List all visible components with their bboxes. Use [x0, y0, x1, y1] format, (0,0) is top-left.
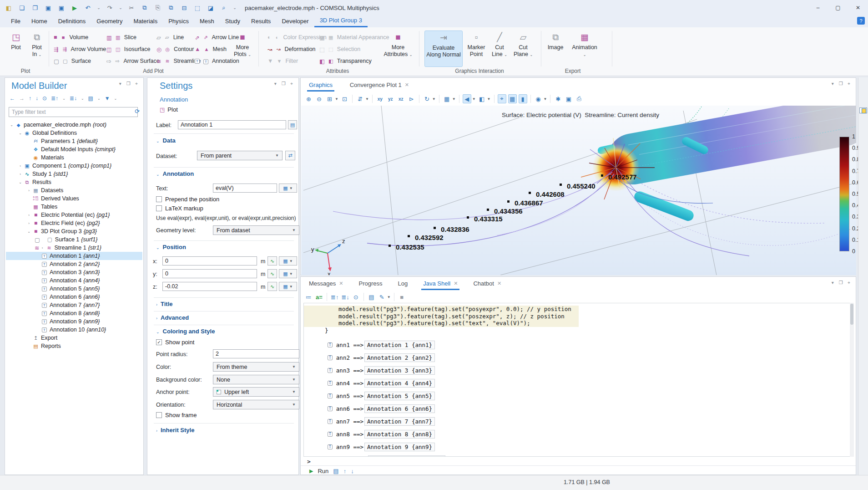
- tree-expand-arrow[interactable]: ›: [26, 221, 32, 225]
- redo-caret-icon[interactable]: ⌄: [119, 5, 122, 10]
- scene-light-icon[interactable]: ▦: [443, 94, 451, 103]
- rotate-caret-icon[interactable]: ▼: [432, 97, 436, 101]
- expand-caret-icon[interactable]: ⌄: [62, 97, 66, 101]
- docked-window-icon[interactable]: [859, 107, 867, 113]
- tree-expand-arrow[interactable]: ⌄: [17, 180, 23, 184]
- add-plot-item[interactable]: Line: [156, 31, 201, 43]
- zoom-out-icon[interactable]: ⊖: [315, 94, 323, 103]
- go-to-view-icon[interactable]: ⇵: [356, 94, 364, 103]
- paste-icon[interactable]: ⎘: [154, 4, 162, 11]
- shell-tab[interactable]: Chatbot✕: [471, 278, 503, 290]
- x-expression-button[interactable]: ▦ ▼: [279, 256, 297, 265]
- tree-item[interactable]: Materials: [6, 153, 142, 162]
- tree-item[interactable]: Default Model Inputs {cminpt}: [6, 145, 142, 153]
- zoom-extents-icon[interactable]: ⊡: [340, 94, 349, 103]
- tree-item[interactable]: Export: [6, 334, 142, 342]
- section-title[interactable]: ›Title: [156, 301, 173, 307]
- run-icon[interactable]: ▶: [309, 468, 313, 474]
- plot-button[interactable]: ◳ Plot: [6, 31, 25, 67]
- history-up-icon[interactable]: ↑: [343, 468, 347, 475]
- tree-item[interactable]: Parameters 1 {default}: [6, 137, 142, 145]
- shell-tab[interactable]: Progress: [357, 278, 384, 290]
- select-box-icon[interactable]: ⬚: [193, 5, 202, 11]
- panel-controls[interactable]: ▾ ❐ ⌖: [274, 81, 295, 87]
- tree-item[interactable]: Annotation 9 {ann9}: [6, 317, 142, 326]
- background-color-dropdown[interactable]: None▼: [213, 375, 299, 384]
- dataset-dropdown[interactable]: From parent▼: [197, 151, 283, 160]
- tree-item[interactable]: Annotation 2 {ann2}: [6, 260, 142, 268]
- rotate-icon[interactable]: ↻: [423, 94, 431, 103]
- add-plot-item[interactable]: Surface: [54, 55, 106, 67]
- color-theme-icon[interactable]: ◉: [534, 94, 543, 103]
- find-icon[interactable]: ⌕: [220, 4, 228, 11]
- tree-expand-arrow[interactable]: ›: [17, 164, 23, 168]
- geometry-level-dropdown[interactable]: From dataset▼: [213, 225, 299, 235]
- tree-expand-arrow[interactable]: ⌄: [26, 230, 32, 234]
- z-input[interactable]: -0.02: [162, 282, 257, 291]
- plot-in-button[interactable]: ⧉ Plot In ⌄: [27, 31, 46, 67]
- tree-item[interactable]: › Electric Potential (ec) {pg1}: [6, 211, 142, 219]
- ribbon-tab[interactable]: Geometry: [91, 15, 128, 27]
- clear-caret-icon[interactable]: ▼: [387, 295, 391, 299]
- show-frame-checkbox[interactable]: Show frame: [156, 412, 197, 419]
- nodes-caret-icon[interactable]: ⌄: [97, 97, 101, 101]
- shell-scrollbar[interactable]: [850, 303, 854, 457]
- history-down-icon[interactable]: ↓: [351, 468, 354, 475]
- tree-item[interactable]: › Study 1 {std1}: [6, 170, 142, 178]
- forward-icon[interactable]: →: [19, 95, 25, 102]
- ribbon-tab[interactable]: Results: [246, 15, 276, 27]
- tree-item[interactable]: Tables: [6, 203, 142, 211]
- evaluate-along-normal-button[interactable]: ⇥ Evaluate Along Normal: [424, 31, 463, 67]
- expand-all-icon[interactable]: ≣↑: [330, 292, 339, 301]
- tree-item[interactable]: › Electric Field (ec) {pg2}: [6, 219, 142, 227]
- print-icon[interactable]: ⎙: [575, 94, 583, 103]
- tree-item[interactable]: Annotation 5 {ann5}: [6, 285, 142, 293]
- add-plot-item[interactable]: Volume: [54, 31, 106, 43]
- ribbon-tab[interactable]: Developer: [276, 15, 314, 27]
- back-icon[interactable]: ←: [10, 95, 15, 102]
- panel-controls[interactable]: ▾ ❐ ⌖: [832, 280, 852, 286]
- show-point-checkbox[interactable]: ✓Show point: [156, 339, 194, 346]
- dataset-edit-button[interactable]: ⇄: [285, 151, 295, 160]
- scene-caret-icon[interactable]: ▼: [452, 97, 456, 101]
- clear-shell-icon[interactable]: ✎: [378, 292, 386, 301]
- show-axis-orientation-icon[interactable]: ⌖: [498, 94, 506, 103]
- wrap-lines-icon[interactable]: ▤: [367, 292, 376, 301]
- tree-expand-arrow[interactable]: ›: [26, 213, 32, 217]
- point-radius-input[interactable]: 2: [213, 349, 299, 358]
- close-button[interactable]: ✕: [848, 0, 868, 15]
- close-tab-icon[interactable]: ✕: [497, 281, 501, 286]
- attribute-item[interactable]: Color Expression: [267, 31, 327, 43]
- add-plot-item[interactable]: Streamline: [156, 55, 201, 67]
- command-list-icon[interactable]: ▤: [333, 468, 338, 475]
- snapshot-icon[interactable]: ▣: [564, 94, 573, 103]
- anchor-point-dropdown[interactable]: Upper left▼: [213, 387, 299, 397]
- add-plot-item[interactable]: Arrow Volume: [54, 43, 106, 55]
- xz-view-icon[interactable]: xz: [397, 94, 405, 103]
- tree-item[interactable]: ⌄ Results: [6, 178, 142, 186]
- save-icon[interactable]: ▣: [44, 5, 52, 11]
- zoom-box-icon[interactable]: ⊞: [325, 94, 334, 103]
- ribbon-tab[interactable]: Study: [220, 15, 246, 27]
- marker-point-button[interactable]: ▫ Marker Point: [465, 31, 488, 67]
- add-plot-item[interactable]: Isosurface: [106, 43, 160, 55]
- open-icon[interactable]: ❐: [31, 5, 39, 11]
- new-file-icon[interactable]: ❏: [18, 5, 26, 11]
- filter-funnel-icon[interactable]: ▼: [105, 95, 110, 102]
- color-caret-icon[interactable]: ▼: [544, 97, 547, 101]
- tree-item[interactable]: Derived Values: [6, 194, 142, 203]
- redo-icon[interactable]: ↷: [106, 5, 114, 11]
- shell-tab[interactable]: Messages✕: [307, 278, 345, 290]
- ribbon-tab[interactable]: Physics: [163, 15, 194, 27]
- zoom-caret-icon[interactable]: ▼: [335, 97, 338, 101]
- ribbon-tab[interactable]: Definitions: [53, 15, 91, 27]
- minimize-button[interactable]: –: [808, 0, 828, 15]
- run-icon[interactable]: ▶: [71, 5, 79, 11]
- move-down-icon[interactable]: ↓: [35, 95, 38, 102]
- format-icon[interactable]: ≔: [304, 292, 313, 301]
- save-as-icon[interactable]: ▣: [57, 5, 66, 11]
- panel-controls[interactable]: ▾ ❐ ⌖: [119, 81, 140, 87]
- collapse-icon[interactable]: ≣↓: [70, 95, 77, 102]
- xy-view-icon[interactable]: xy: [376, 94, 384, 103]
- tree-expand-arrow[interactable]: ›: [17, 172, 23, 176]
